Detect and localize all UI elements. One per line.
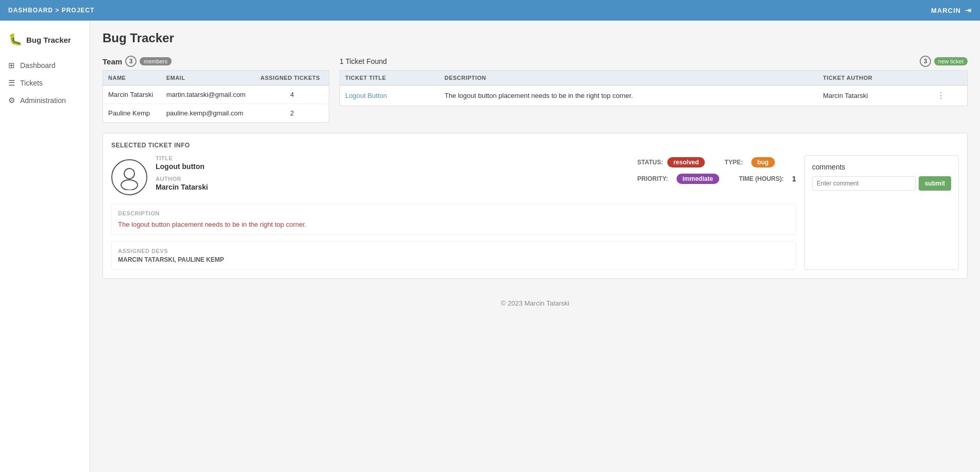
team-member-count-badge: 3 [125,56,137,67]
ticket-description: The logout button placement needs to be … [440,86,818,106]
sidebar-label-dashboard: Dashboard [20,61,56,70]
tickets-table: TICKET TITLE DESCRIPTION TICKET AUTHOR L… [340,70,968,106]
team-col-name: NAME [103,71,161,86]
logo-icon: 🐛 [8,33,22,46]
assigned-devs-value: MARCIN TATARSKI, PAULINE KEMP [118,256,789,263]
author-label: AUTHOR [156,176,629,182]
comments-panel: comments submit [804,155,959,270]
ticket-avatar [111,159,147,195]
logout-icon[interactable]: ⇥ [965,6,972,14]
comment-input[interactable] [812,176,916,191]
team-col-email: EMAIL [161,71,256,86]
tickets-count-badge: 3 [920,56,931,67]
footer: © 2023 Marcin Tatarski [103,289,968,317]
ticket-meta: STATUS: resolved TYPE: bug PRIORITY: imm… [637,157,796,196]
tickets-section: 1 Ticket Found 3 new ticket TICKET TITLE… [340,56,968,123]
tickets-icon: ☰ [8,78,15,88]
main-content: Bug Tracker Team 3 members NAME EMAIL AS… [90,21,980,472]
administration-icon: ⚙ [8,96,15,105]
team-assigned-tickets: 2 [256,104,329,123]
team-label: Team [103,57,122,66]
assigned-devs-label: ASSIGNED DEVS [118,248,789,254]
table-row: Logout Button The logout button placemen… [340,86,968,106]
ticket-author: Marcin Tatarski [818,86,932,106]
sidebar: 🐛 Bug Tracker ⊞ Dashboard ☰ Tickets ⚙ Ad… [0,21,90,472]
description-label: DESCRIPTION [118,210,789,216]
ticket-title-link[interactable]: Logout Button [345,92,387,99]
ticket-col-title: TICKET TITLE [340,71,440,86]
table-row: Pauline Kemp pauline.kemp@gmail.com 2 [103,104,329,123]
assigned-devs-box: ASSIGNED DEVS MARCIN TATARSKI, PAULINE K… [111,241,796,270]
top-nav: DASHBOARD > PROJECT MARCIN ⇥ [0,0,980,21]
team-table: NAME EMAIL ASSIGNED TICKETS Marcin Tatar… [103,70,329,123]
priority-value: immediate [677,174,719,184]
submit-button[interactable]: submit [919,176,951,191]
more-icon[interactable]: ⋮ [937,91,945,100]
footer-text: © 2023 Marcin Tatarski [501,299,569,307]
title-label: TITLE [156,155,629,161]
type-value: bug [751,157,775,167]
time-label: TIME (HOURS): [739,175,784,182]
priority-label: PRIORITY: [637,175,668,182]
description-value: The logout button placement needs to be … [118,221,789,228]
svg-point-0 [124,168,134,179]
sidebar-item-tickets[interactable]: ☰ Tickets [0,74,90,92]
sidebar-app-name: Bug Tracker [26,36,71,44]
page-title: Bug Tracker [103,31,968,45]
ticket-info-main: TITLE Logout button AUTHOR Marcin Tatars… [156,155,629,196]
team-name: Pauline Kemp [103,104,161,123]
ticket-col-actions [932,71,968,86]
team-email: pauline.kemp@gmail.com [161,104,256,123]
svg-point-1 [121,180,138,190]
members-button[interactable]: members [140,57,172,65]
selected-ticket-section-label: SELECTED TICKET INFO [111,142,959,149]
comment-input-row: submit [812,176,951,191]
team-col-tickets: ASSIGNED TICKETS [256,71,329,86]
team-assigned-tickets: 4 [256,86,329,104]
ticket-title[interactable]: Logout Button [340,86,440,106]
type-label: TYPE: [724,159,742,166]
ticket-description-box: DESCRIPTION The logout button placement … [111,204,796,235]
ticket-more-actions[interactable]: ⋮ [932,86,968,106]
ticket-detail: TITLE Logout button AUTHOR Marcin Tatars… [111,155,796,270]
selected-ticket-box: SELECTED TICKET INFO [103,133,968,279]
sidebar-logo: 🐛 Bug Tracker [0,29,90,57]
sidebar-item-administration[interactable]: ⚙ Administration [0,92,90,109]
ticket-col-description: DESCRIPTION [440,71,818,86]
dashboard-icon: ⊞ [8,61,15,70]
status-value: resolved [667,157,705,167]
ticket-col-author: TICKET AUTHOR [818,71,932,86]
time-value: 1 [792,175,796,183]
breadcrumb: DASHBOARD > PROJECT [8,7,94,14]
table-row: Marcin Tatarski martin.tatarski@gmail.co… [103,86,329,104]
team-section: Team 3 members NAME EMAIL ASSIGNED TICKE… [103,56,329,123]
sidebar-label-administration: Administration [20,96,66,105]
new-ticket-button[interactable]: new ticket [934,57,968,65]
sidebar-item-dashboard[interactable]: ⊞ Dashboard [0,57,90,74]
team-email: martin.tatarski@gmail.com [161,86,256,104]
author-value: Marcin Tatarski [156,183,629,191]
user-area: MARCIN ⇥ [931,6,972,14]
comments-title: comments [812,163,951,171]
status-label: STATUS: [637,159,663,166]
username-label: MARCIN [931,7,961,14]
title-value: Logout button [156,162,629,171]
sidebar-label-tickets: Tickets [20,79,43,87]
team-name: Marcin Tatarski [103,86,161,104]
tickets-found-label: 1 Ticket Found [340,57,387,65]
